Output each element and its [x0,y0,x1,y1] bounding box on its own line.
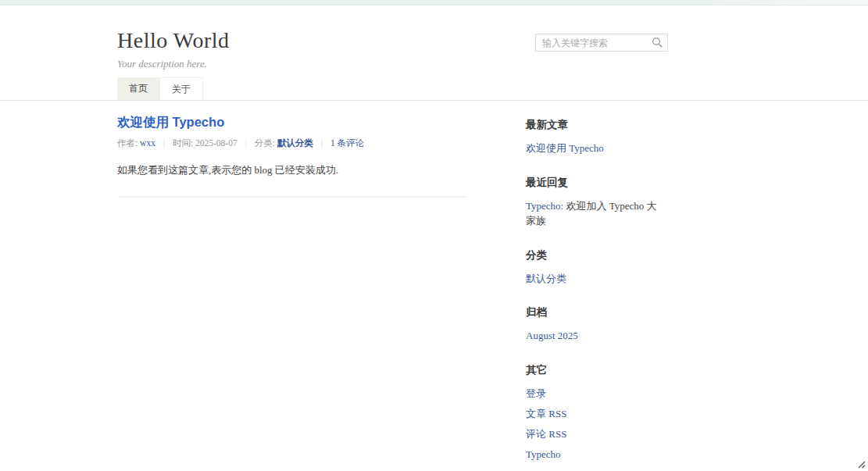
comment-author-link[interactable]: Typecho: [526,200,563,212]
list-item: Typecho: 欢迎加入 Typecho 大家族 [526,199,664,229]
sidebar: 最新文章 欢迎使用 Typecho 最近回复 Typecho: 欢迎加入 Typ… [526,114,664,471]
widget-categories: 分类 默认分类 [526,248,664,287]
category-sidebar-link[interactable]: 默认分类 [526,273,566,284]
widget-recent-posts: 最新文章 欢迎使用 Typecho [526,118,664,156]
archive-link[interactable]: August 2025 [526,330,578,341]
search-form [535,34,668,52]
post-date: 2025-08-07 [195,138,238,148]
list-item: August 2025 [526,329,664,344]
post-title-link[interactable]: 欢迎使用 Typecho [117,114,224,131]
meta-separator: | [321,138,323,148]
widget-misc: 其它 登录 文章 RSS 评论 RSS Typecho [526,363,664,462]
recent-post-link[interactable]: 欢迎使用 Typecho [526,142,604,154]
posts-rss-link[interactable]: 文章 RSS [526,408,566,419]
widget-title: 归档 [526,305,664,319]
meta-separator: | [245,138,247,148]
post: 欢迎使用 Typecho 作者: wxx | 时间: 2025-08-07 | … [117,114,487,198]
comments-rss-link[interactable]: 评论 RSS [526,428,566,440]
main-content: 欢迎使用 Typecho 作者: wxx | 时间: 2025-08-07 | … [109,101,672,471]
list-item: 默认分类 [526,272,664,287]
category-link[interactable]: 默认分类 [277,138,313,148]
category-label: 分类: [255,138,275,148]
time-label: 时间: [173,138,193,148]
widget-title: 最近回复 [526,176,664,190]
browser-edge-strip [0,0,868,5]
resize-grip-icon[interactable] [855,458,866,468]
widget-recent-comments: 最近回复 Typecho: 欢迎加入 Typecho 大家族 [526,176,664,229]
post-divider [119,196,467,198]
list-item: 文章 RSS [526,407,664,422]
author-link[interactable]: wxx [140,138,155,148]
nav-tab-about[interactable]: 关于 [159,77,203,100]
list-item: 登录 [526,387,664,401]
search-icon [652,39,663,51]
list-item: 评论 RSS [526,427,664,442]
post-body: 如果您看到这篇文章,表示您的 blog 已经安装成功. [117,162,487,178]
widget-title: 最新文章 [526,118,664,132]
article-column: 欢迎使用 Typecho 作者: wxx | 时间: 2025-08-07 | … [117,114,487,471]
widget-archives: 归档 August 2025 [526,305,664,344]
meta-separator: | [163,138,165,148]
site-header: Hello World Your description here. 首页 关于 [0,5,868,101]
list-item: 欢迎使用 Typecho [526,141,664,156]
nav-tab-home[interactable]: 首页 [117,77,159,100]
author-label: 作者: [117,138,138,148]
comments-link[interactable]: 1 条评论 [330,138,364,148]
main-nav: 首页 关于 [117,77,664,100]
widget-title: 分类 [526,248,664,262]
widget-title: 其它 [526,363,664,377]
list-item: Typecho [526,448,664,462]
login-link[interactable]: 登录 [526,387,546,399]
search-input[interactable] [535,34,668,52]
post-meta: 作者: wxx | 时间: 2025-08-07 | 分类: 默认分类 | 1 … [117,137,487,149]
typecho-blog-page: { "header": { "site_title": "Hello World… [0,0,868,471]
typecho-link[interactable]: Typecho [526,448,561,460]
site-description: Your description here. [117,58,664,70]
search-submit-button[interactable] [651,37,663,49]
